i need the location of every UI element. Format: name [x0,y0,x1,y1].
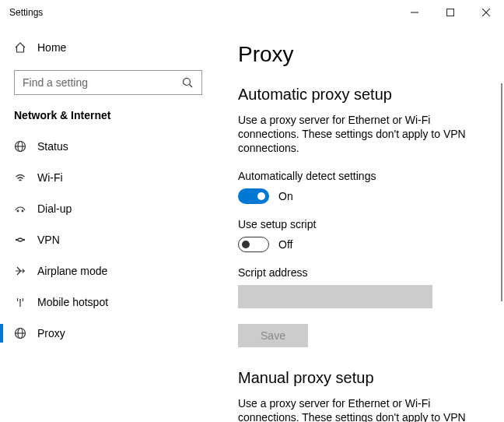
script-toggle[interactable] [238,237,269,252]
sidebar-item-proxy[interactable]: Proxy [0,318,216,349]
svg-rect-1 [447,9,454,16]
sidebar-item-vpn[interactable]: VPN [0,224,216,255]
category-header: Network & Internet [0,109,216,131]
detect-label: Automatically detect settings [238,170,495,182]
manual-section-desc: Use a proxy server for Ethernet or Wi-Fi… [238,396,487,422]
nav-label: Status [37,140,68,153]
dialup-icon [14,202,26,215]
window-controls [397,0,504,25]
manual-section-title: Manual proxy setup [238,369,495,387]
svg-line-5 [190,85,193,88]
sidebar-item-hotspot[interactable]: Mobile hotspot [0,287,216,318]
hotspot-icon [14,296,26,308]
sidebar: Home Network & Internet Status Wi-Fi Dia… [0,25,216,422]
titlebar: Settings [0,0,504,25]
sidebar-item-status[interactable]: Status [0,131,216,162]
nav-label: Dial-up [37,202,72,215]
search-box[interactable] [14,70,202,95]
detect-state: On [278,190,293,202]
search-icon [181,76,194,89]
nav-label: Wi-Fi [37,171,63,184]
svg-point-14 [19,299,21,301]
script-label: Use setup script [238,218,495,230]
wifi-icon [14,171,26,184]
airplane-icon [14,265,26,277]
auto-section-title: Automatic proxy setup [238,86,495,104]
script-state: Off [278,238,292,251]
close-button[interactable] [468,0,504,25]
globe-icon [14,140,26,153]
address-label: Script address [238,266,495,279]
nav-label: Mobile hotspot [37,296,108,308]
nav-label: Airplane mode [37,265,107,277]
sidebar-item-airplane[interactable]: Airplane mode [0,255,216,287]
vpn-icon [14,234,26,246]
page-title: Proxy [238,42,495,67]
window-title: Settings [9,7,43,18]
maximize-button[interactable] [432,0,468,25]
home-nav[interactable]: Home [0,33,216,62]
svg-point-12 [23,239,25,241]
sidebar-item-wifi[interactable]: Wi-Fi [0,162,216,193]
nav-label: VPN [37,234,60,246]
search-input[interactable] [23,76,178,89]
content-area: Proxy Automatic proxy setup Use a proxy … [216,25,504,422]
svg-point-9 [17,210,19,212]
sidebar-item-dialup[interactable]: Dial-up [0,193,216,224]
svg-point-4 [184,79,191,86]
minimize-button[interactable] [397,0,432,25]
script-address-input[interactable] [238,285,432,308]
auto-section-desc: Use a proxy server for Ethernet or Wi-Fi… [238,113,487,156]
svg-point-10 [22,210,23,212]
svg-point-11 [16,239,17,241]
save-button[interactable]: Save [238,324,308,347]
proxy-icon [14,327,26,339]
nav-label: Proxy [37,327,65,339]
detect-toggle[interactable] [238,188,269,204]
home-label: Home [37,41,66,54]
home-icon [14,41,26,54]
scrollbar[interactable] [501,83,502,301]
